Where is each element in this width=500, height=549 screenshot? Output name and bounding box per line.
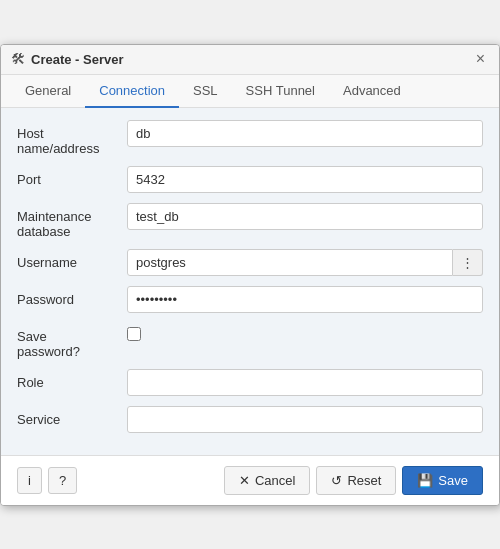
dialog-title: Create - Server bbox=[31, 52, 124, 67]
password-input[interactable] bbox=[127, 286, 483, 313]
save-password-control bbox=[127, 323, 483, 341]
role-input[interactable] bbox=[127, 369, 483, 396]
password-control bbox=[127, 286, 483, 313]
port-input[interactable] bbox=[127, 166, 483, 193]
cancel-button[interactable]: ✕ Cancel bbox=[224, 466, 310, 495]
service-input[interactable] bbox=[127, 406, 483, 433]
save-label: Save bbox=[438, 473, 468, 488]
reset-label: Reset bbox=[347, 473, 381, 488]
password-label: Password bbox=[17, 286, 127, 307]
maintenance-db-row: Maintenancedatabase bbox=[17, 203, 483, 239]
title-left: 🛠 Create - Server bbox=[11, 51, 124, 67]
save-password-checkbox[interactable] bbox=[127, 327, 141, 341]
host-label: Hostname/address bbox=[17, 120, 127, 156]
cancel-label: Cancel bbox=[255, 473, 295, 488]
info-button[interactable]: i bbox=[17, 467, 42, 494]
reset-icon: ↺ bbox=[331, 473, 342, 488]
save-password-label: Savepassword? bbox=[17, 323, 127, 359]
host-control bbox=[127, 120, 483, 147]
create-server-dialog: 🛠 Create - Server × General Connection S… bbox=[0, 44, 500, 506]
tab-connection[interactable]: Connection bbox=[85, 75, 179, 108]
port-label: Port bbox=[17, 166, 127, 187]
dialog-footer: i ? ✕ Cancel ↺ Reset 💾 Save bbox=[1, 455, 499, 505]
role-row: Role bbox=[17, 369, 483, 396]
tab-advanced[interactable]: Advanced bbox=[329, 75, 415, 108]
role-label: Role bbox=[17, 369, 127, 390]
username-input[interactable] bbox=[127, 249, 453, 276]
maintenance-db-input[interactable] bbox=[127, 203, 483, 230]
server-icon: 🛠 bbox=[11, 51, 25, 67]
host-input[interactable] bbox=[127, 120, 483, 147]
footer-left-buttons: i ? bbox=[17, 467, 77, 494]
username-label: Username bbox=[17, 249, 127, 270]
port-row: Port bbox=[17, 166, 483, 193]
dialog-titlebar: 🛠 Create - Server × bbox=[1, 45, 499, 75]
maintenance-db-control bbox=[127, 203, 483, 230]
maintenance-db-label: Maintenancedatabase bbox=[17, 203, 127, 239]
help-button[interactable]: ? bbox=[48, 467, 77, 494]
footer-right-buttons: ✕ Cancel ↺ Reset 💾 Save bbox=[224, 466, 483, 495]
role-control bbox=[127, 369, 483, 396]
host-row: Hostname/address bbox=[17, 120, 483, 156]
service-control bbox=[127, 406, 483, 433]
save-icon: 💾 bbox=[417, 473, 433, 488]
close-button[interactable]: × bbox=[472, 51, 489, 67]
cancel-icon: ✕ bbox=[239, 473, 250, 488]
port-control bbox=[127, 166, 483, 193]
service-label: Service bbox=[17, 406, 127, 427]
username-input-group: ⋮ bbox=[127, 249, 483, 276]
save-button[interactable]: 💾 Save bbox=[402, 466, 483, 495]
tab-bar: General Connection SSL SSH Tunnel Advanc… bbox=[1, 75, 499, 108]
save-password-row: Savepassword? bbox=[17, 323, 483, 359]
password-row: Password bbox=[17, 286, 483, 313]
username-row: Username ⋮ bbox=[17, 249, 483, 276]
tab-ssh-tunnel[interactable]: SSH Tunnel bbox=[232, 75, 329, 108]
reset-button[interactable]: ↺ Reset bbox=[316, 466, 396, 495]
username-control: ⋮ bbox=[127, 249, 483, 276]
service-row: Service bbox=[17, 406, 483, 433]
tab-general[interactable]: General bbox=[11, 75, 85, 108]
username-addon-button[interactable]: ⋮ bbox=[453, 249, 483, 276]
tab-ssl[interactable]: SSL bbox=[179, 75, 232, 108]
form-body: Hostname/address Port Maintenancedatabas… bbox=[1, 108, 499, 455]
